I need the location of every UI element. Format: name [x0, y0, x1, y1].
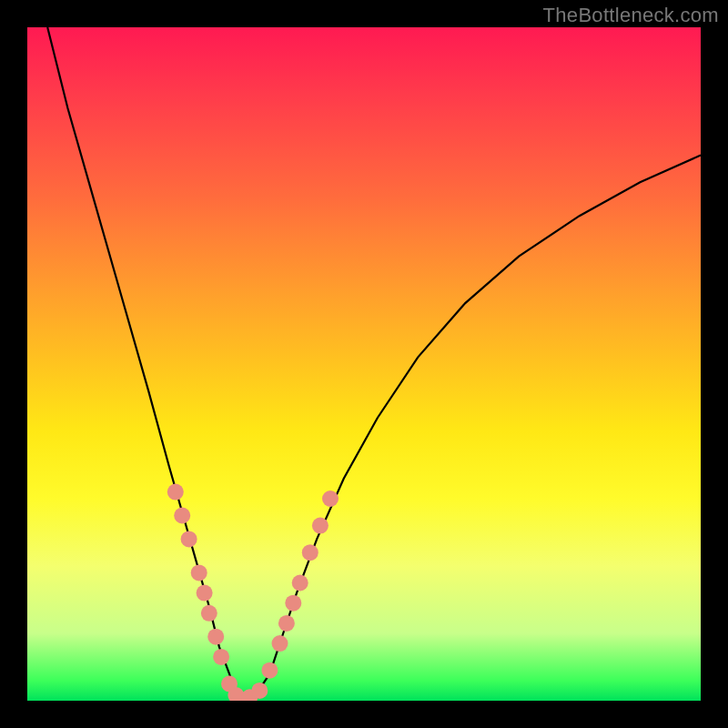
watermark-text: TheBottleneck.com — [543, 4, 719, 27]
marker-layer — [167, 484, 339, 701]
data-marker — [278, 615, 295, 632]
chart-plot-area — [27, 27, 701, 701]
data-marker — [292, 575, 308, 592]
data-marker — [285, 595, 301, 612]
data-marker — [312, 518, 329, 534]
data-marker — [191, 564, 207, 581]
chart-svg — [27, 27, 701, 701]
data-marker — [322, 490, 339, 507]
data-marker — [272, 635, 288, 652]
data-marker — [201, 605, 217, 622]
data-marker — [181, 531, 197, 547]
outer-frame: TheBottleneck.com — [0, 0, 728, 728]
data-marker — [302, 544, 318, 561]
data-marker — [167, 484, 184, 500]
bottleneck-curve — [47, 27, 701, 701]
data-marker — [207, 629, 224, 645]
data-marker — [261, 662, 278, 679]
data-marker — [197, 585, 213, 602]
data-marker — [251, 682, 268, 699]
data-marker — [174, 508, 190, 524]
data-marker — [213, 649, 229, 665]
